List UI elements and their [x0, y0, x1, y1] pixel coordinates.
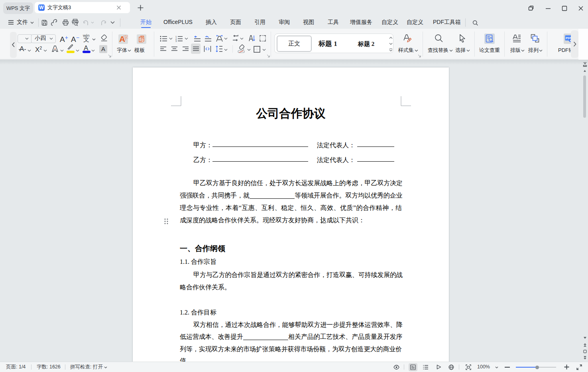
svg-text:3: 3	[175, 40, 177, 42]
